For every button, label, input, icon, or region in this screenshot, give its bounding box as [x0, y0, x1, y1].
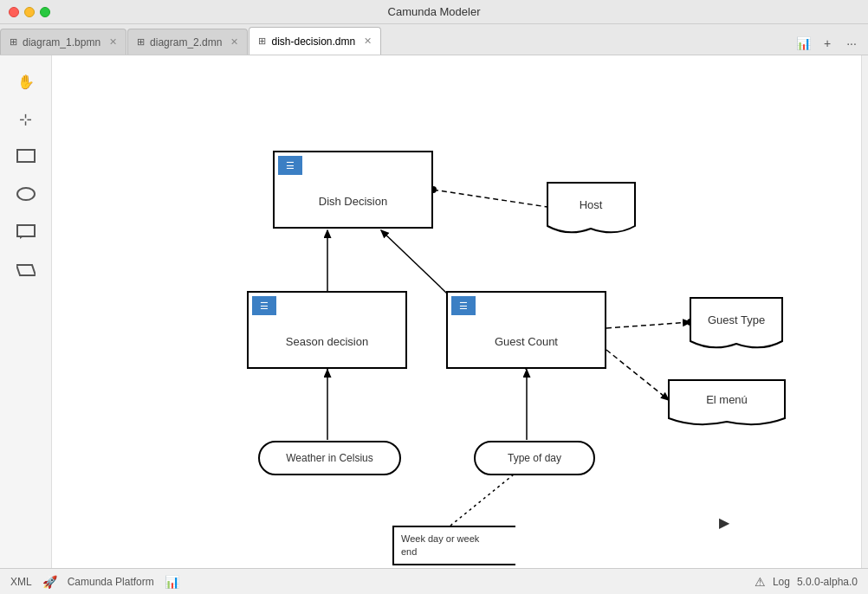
tab-dmn2-label: diagram_2.dmn	[150, 36, 222, 48]
season-decision-box[interactable]: ☰ Season decision	[247, 291, 407, 369]
tabbar: ⊞ diagram_1.bpmn ✕ ⊞ diagram_2.dmn ✕ ⊞ d…	[0, 24, 868, 55]
platform-icon: 🚀	[42, 575, 57, 589]
season-decision-label: Season decision	[249, 319, 405, 367]
tab-dish-icon: ⊞	[258, 36, 266, 47]
guest-count-box[interactable]: ☰ Guest Count	[446, 291, 606, 369]
tab-dish[interactable]: ⊞ dish-decision.dmn ✕	[249, 27, 381, 55]
tab-dmn2-close[interactable]: ✕	[230, 36, 238, 48]
svg-line-13	[450, 475, 514, 526]
tab-bpmn-close[interactable]: ✕	[109, 36, 117, 48]
add-tab-button[interactable]: +	[818, 34, 837, 53]
type-of-day-label: Type of day	[508, 452, 561, 464]
new-diagram-button[interactable]: 📊	[794, 34, 813, 53]
tab-bpmn[interactable]: ⊞ diagram_1.bpmn ✕	[0, 29, 126, 55]
app-title: Camunda Modeler	[388, 5, 481, 18]
minimize-window-button[interactable]	[24, 7, 35, 17]
version-label: 5.0.0-alpha.0	[797, 576, 858, 588]
guest-type-knowledge-source[interactable]: Guest Type	[689, 296, 784, 352]
tab-dish-close[interactable]: ✕	[364, 36, 372, 47]
svg-text:Host: Host	[580, 198, 603, 211]
tab-dmn2[interactable]: ⊞ diagram_2.dmn ✕	[127, 29, 248, 55]
dish-decision-header: ☰	[278, 156, 302, 175]
platform-label: Camunda Platform	[68, 576, 154, 588]
weather-label: Weather in Celsius	[286, 452, 373, 464]
guest-count-header-icon: ☰	[459, 300, 468, 312]
tab-bpmn-icon: ⊞	[10, 36, 17, 48]
maximize-window-button[interactable]	[40, 7, 50, 17]
svg-rect-0	[17, 150, 35, 162]
canvas[interactable]: ☰ Dish Decision ☰ Season decision ☰ Gues…	[52, 55, 861, 568]
rect-icon	[16, 149, 36, 166]
parallelogram-icon	[16, 263, 36, 281]
comment-icon	[16, 224, 36, 243]
type-of-day-input[interactable]: Type of day	[474, 441, 595, 475]
svg-rect-2	[17, 225, 35, 236]
guest-count-header: ☰	[451, 296, 476, 315]
host-knowledge-source[interactable]: Host	[546, 181, 637, 237]
guest-count-label: Guest Count	[448, 319, 605, 367]
svg-line-10	[606, 350, 669, 400]
log-label[interactable]: Log	[773, 576, 790, 588]
xml-label[interactable]: XML	[10, 576, 32, 588]
rect-tool-button[interactable]	[9, 140, 43, 175]
hand-tool-button[interactable]: ✋	[9, 64, 43, 99]
right-scrollbar[interactable]	[861, 55, 868, 568]
svg-point-1	[17, 188, 35, 200]
more-options-button[interactable]: ···	[842, 34, 861, 53]
comment-tool-button[interactable]	[9, 216, 43, 251]
dish-decision-header-icon: ☰	[286, 160, 295, 171]
dish-decision-label: Dish Decision	[275, 178, 431, 227]
svg-text:El menú: El menú	[706, 393, 748, 406]
tab-bpmn-label: diagram_1.bpmn	[23, 36, 100, 48]
svg-line-8	[606, 322, 690, 328]
statusbar: XML 🚀 Camunda Platform 📊 ⚠ Log 5.0.0-alp…	[0, 568, 868, 594]
weekday-annotation: Week day or weekend	[392, 526, 515, 565]
pointer-icon: ⊹	[19, 110, 32, 129]
excel-icon: 📊	[165, 575, 179, 589]
cursor-indicator: ▶	[719, 514, 729, 531]
dish-decision-box[interactable]: ☰ Dish Decision	[273, 151, 433, 229]
weather-input[interactable]: Weather in Celsius	[258, 441, 401, 475]
weekday-label: Week day or weekend	[401, 533, 479, 559]
titlebar: Camunda Modeler	[0, 0, 868, 24]
tab-dmn2-icon: ⊞	[137, 36, 145, 48]
season-decision-header: ☰	[252, 296, 276, 315]
statusbar-right: ⚠ Log 5.0.0-alpha.0	[755, 575, 858, 589]
traffic-lights	[9, 7, 50, 17]
season-decision-header-icon: ☰	[260, 300, 269, 312]
statusbar-left: XML 🚀 Camunda Platform 📊	[10, 575, 179, 589]
svg-text:Guest Type: Guest Type	[708, 313, 765, 326]
tabbar-actions: 📊 + ···	[787, 34, 868, 53]
pointer-tool-button[interactable]: ⊹	[9, 102, 43, 137]
main-layout: ✋ ⊹	[0, 55, 868, 568]
ellipse-tool-button[interactable]	[9, 178, 43, 213]
svg-line-6	[433, 190, 547, 207]
warning-icon[interactable]: ⚠	[755, 575, 766, 589]
parallelogram-tool-button[interactable]	[9, 255, 43, 289]
el-menu-knowledge-source[interactable]: El menú	[667, 378, 787, 429]
svg-marker-3	[16, 265, 36, 275]
hand-icon: ✋	[17, 74, 35, 90]
left-toolbar: ✋ ⊹	[0, 55, 52, 568]
tab-dish-label: dish-decision.dmn	[271, 36, 355, 48]
ellipse-icon	[16, 187, 36, 204]
ellipsis-icon: ···	[846, 36, 857, 50]
close-window-button[interactable]	[9, 7, 19, 17]
spreadsheet-icon: 📊	[796, 36, 811, 50]
plus-icon: +	[824, 36, 831, 50]
